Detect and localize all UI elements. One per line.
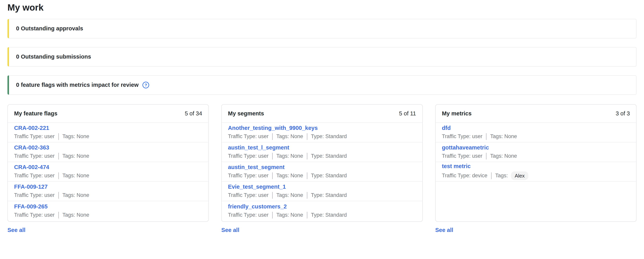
item-meta: Traffic Type: user Tags: None xyxy=(14,133,202,140)
meta-tags: Tags: None xyxy=(490,133,517,140)
card-count: 5 of 11 xyxy=(399,110,416,117)
meta-separator xyxy=(486,153,486,160)
item-meta: Traffic Type: user Tags: None Type: Stan… xyxy=(228,153,416,160)
meta-separator xyxy=(272,212,272,218)
meta-traffic-type: Traffic Type: user xyxy=(14,192,55,198)
help-icon[interactable]: ? xyxy=(142,82,149,88)
meta-separator xyxy=(58,172,59,179)
meta-traffic-type: Traffic Type: user xyxy=(442,133,482,140)
meta-traffic-type: Traffic Type: user xyxy=(228,153,268,159)
list-item: FFA-009-265 Traffic Type: user Tags: Non… xyxy=(8,201,208,221)
list-item: Evie_test_segment_1 Traffic Type: user T… xyxy=(222,182,422,201)
meta-tags: Tags: None xyxy=(62,153,89,159)
meta-type: Type: Standard xyxy=(311,133,347,140)
meta-traffic-type: Traffic Type: user xyxy=(228,212,268,218)
item-meta: Traffic Type: user Tags: None xyxy=(14,172,202,179)
segment-link[interactable]: austin_test_l_segment xyxy=(228,144,289,151)
meta-separator xyxy=(307,172,307,179)
meta-separator xyxy=(272,192,272,199)
meta-tags: Tags: None xyxy=(62,133,89,140)
card-title: My segments xyxy=(228,110,264,117)
metrics-column: My metrics 3 of 3 dfd Traffic Type: user… xyxy=(435,104,636,233)
feature-flag-link[interactable]: FFA-009-265 xyxy=(14,203,48,210)
list-item: dfd Traffic Type: user Tags: None xyxy=(436,123,636,142)
meta-type: Type: Standard xyxy=(311,192,347,198)
meta-traffic-type: Traffic Type: user xyxy=(14,133,55,140)
item-meta: Traffic Type: device Tags: Alex xyxy=(442,172,630,180)
segment-link[interactable]: Another_testing_with_9900_keys xyxy=(228,125,318,131)
banner-flags-metrics-impact: 0 feature flags with metrics impact for … xyxy=(8,75,636,95)
list-item: CRA-002-363 Traffic Type: user Tags: Non… xyxy=(8,142,208,162)
meta-separator xyxy=(58,192,59,199)
card-count: 3 of 3 xyxy=(616,110,630,117)
feature-flag-link[interactable]: CRA-002-221 xyxy=(14,125,49,131)
meta-traffic-type: Traffic Type: user xyxy=(228,192,268,198)
item-meta: Traffic Type: user Tags: None xyxy=(442,133,630,140)
meta-separator xyxy=(272,153,272,160)
card-header: My feature flags 5 of 34 xyxy=(8,104,208,123)
meta-separator xyxy=(272,133,272,140)
meta-traffic-type: Traffic Type: user xyxy=(228,133,268,140)
meta-separator xyxy=(58,212,59,218)
banner-outstanding-submissions: 0 Outstanding submissions xyxy=(8,47,636,66)
feature-flag-link[interactable]: CRA-002-363 xyxy=(14,144,49,151)
meta-traffic-type: Traffic Type: user xyxy=(14,172,55,179)
see-all-segments-link[interactable]: See all xyxy=(221,227,239,233)
tag-chip: Alex xyxy=(511,172,528,180)
list-item: test metric Traffic Type: device Tags: A… xyxy=(436,162,636,182)
feature-flags-column: My feature flags 5 of 34 CRA-002-221 Tra… xyxy=(8,104,209,233)
item-meta: Traffic Type: user Tags: None Type: Stan… xyxy=(228,133,416,140)
list-item: Another_testing_with_9900_keys Traffic T… xyxy=(222,123,422,142)
see-all-metrics-link[interactable]: See all xyxy=(435,227,453,233)
list-item: CRA-002-474 Traffic Type: user Tags: Non… xyxy=(8,162,208,182)
page-title: My work xyxy=(8,2,636,13)
meta-tags: Tags: None xyxy=(490,153,517,159)
card-header: My metrics 3 of 3 xyxy=(436,104,636,123)
banner-text: 0 Outstanding approvals xyxy=(16,25,83,32)
my-work-page: My work 0 Outstanding approvals 0 Outsta… xyxy=(0,2,644,233)
meta-tags: Tags: None xyxy=(62,212,89,218)
meta-separator xyxy=(307,153,307,160)
list-item: austin_test_l_segment Traffic Type: user… xyxy=(222,142,422,162)
list-item: friendly_customers_2 Traffic Type: user … xyxy=(222,201,422,221)
metric-link[interactable]: test metric xyxy=(442,163,471,170)
meta-separator xyxy=(58,133,59,140)
list-item: CRA-002-221 Traffic Type: user Tags: Non… xyxy=(8,123,208,142)
meta-separator xyxy=(491,172,492,179)
item-meta: Traffic Type: user Tags: None Type: Stan… xyxy=(228,172,416,179)
banner-text: 0 feature flags with metrics impact for … xyxy=(16,82,138,88)
meta-tags: Tags: None xyxy=(62,192,89,198)
banner-text: 0 Outstanding submissions xyxy=(16,54,91,60)
meta-tags: Tags: None xyxy=(276,212,303,218)
segment-link[interactable]: friendly_customers_2 xyxy=(228,203,287,210)
feature-flag-link[interactable]: FFA-009-127 xyxy=(14,184,48,190)
segment-link[interactable]: austin_test_segment xyxy=(228,164,284,170)
segments-column: My segments 5 of 11 Another_testing_with… xyxy=(221,104,422,233)
item-meta: Traffic Type: user Tags: None xyxy=(14,192,202,199)
card-count: 5 of 34 xyxy=(185,110,202,117)
feature-flag-link[interactable]: CRA-002-474 xyxy=(14,164,49,170)
meta-tags: Tags: None xyxy=(276,172,303,179)
meta-tags: Tags: None xyxy=(62,172,89,179)
segment-link[interactable]: Evie_test_segment_1 xyxy=(228,184,286,190)
card-title: My feature flags xyxy=(14,110,58,117)
card-header: My segments 5 of 11 xyxy=(222,104,422,123)
meta-traffic-type: Traffic Type: device xyxy=(442,172,488,179)
card-title: My metrics xyxy=(442,110,472,117)
item-meta: Traffic Type: user Tags: None Type: Stan… xyxy=(228,192,416,199)
item-meta: Traffic Type: user Tags: None xyxy=(14,153,202,160)
see-all-feature-flags-link[interactable]: See all xyxy=(8,227,26,233)
meta-type: Type: Standard xyxy=(311,172,347,179)
metric-link[interactable]: dfd xyxy=(442,125,451,131)
metrics-card: My metrics 3 of 3 dfd Traffic Type: user… xyxy=(435,104,636,222)
item-meta: Traffic Type: user Tags: None Type: Stan… xyxy=(228,212,416,218)
meta-tags-label: Tags: xyxy=(495,172,508,179)
meta-type: Type: Standard xyxy=(311,153,347,159)
list-item: gottahaveametric Traffic Type: user Tags… xyxy=(436,142,636,162)
feature-flags-card: My feature flags 5 of 34 CRA-002-221 Tra… xyxy=(8,104,209,222)
metric-link[interactable]: gottahaveametric xyxy=(442,144,489,151)
item-meta: Traffic Type: user Tags: None xyxy=(442,153,630,160)
meta-traffic-type: Traffic Type: user xyxy=(442,153,482,159)
meta-traffic-type: Traffic Type: user xyxy=(14,153,55,159)
meta-traffic-type: Traffic Type: user xyxy=(14,212,55,218)
